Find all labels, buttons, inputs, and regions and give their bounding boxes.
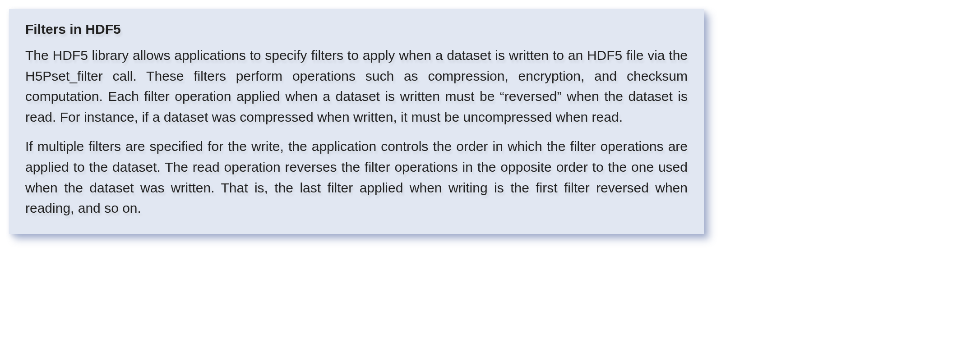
callout-box: Filters in HDF5 The HDF5 library allows … [9, 9, 704, 234]
callout-paragraph-1: The HDF5 library allows applications to … [25, 45, 688, 127]
callout-heading: Filters in HDF5 [25, 22, 688, 37]
callout-paragraph-2: If multiple filters are specified for th… [25, 136, 688, 218]
content-layer: Filters in HDF5 The HDF5 library allows … [25, 22, 688, 219]
